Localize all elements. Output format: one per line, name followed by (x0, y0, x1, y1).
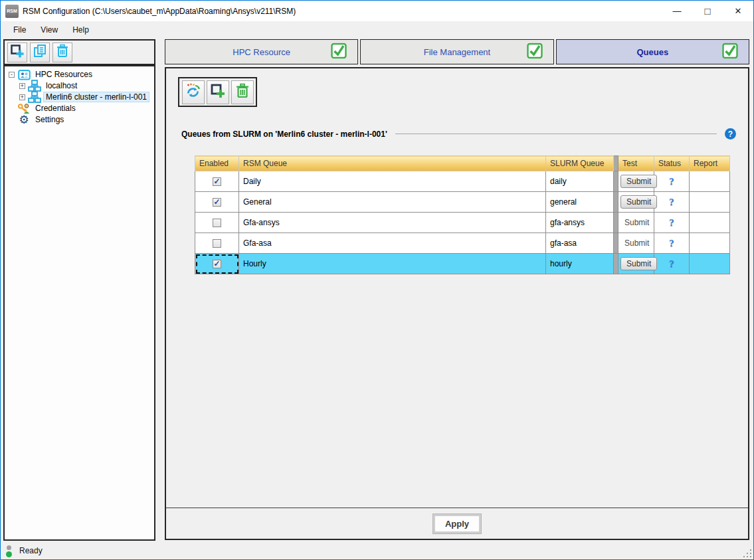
tree-label: Settings (33, 115, 66, 124)
window-title: RSM Configuration (C:\Users\caubet_m\App… (23, 7, 296, 16)
report-cell (690, 233, 730, 254)
slurm-queue-cell[interactable]: gfa-asa (546, 233, 614, 254)
queue-row-general[interactable]: General general Submit ? (195, 192, 730, 213)
add-icon (10, 44, 25, 60)
tab-queues[interactable]: Queues (556, 39, 749, 64)
tree-label: HPC Resources (33, 70, 94, 79)
resize-grip[interactable] (743, 549, 751, 557)
tab-hpc-resource[interactable]: HPC Resource (165, 39, 358, 64)
status-bar: Ready (1, 543, 753, 559)
title-bar: RSM RSM Configuration (C:\Users\caubet_m… (1, 1, 753, 21)
column-divider (614, 156, 618, 171)
submit-button[interactable]: Submit (620, 217, 653, 229)
column-divider (614, 171, 618, 192)
section-rule (395, 134, 717, 134)
maximize-button[interactable]: □ (692, 1, 723, 21)
apply-bar: Apply (166, 508, 748, 539)
copy-icon (33, 44, 47, 60)
rsm-queue-cell[interactable]: General (239, 192, 546, 213)
tree-item-hpc-resources[interactable]: - HPC Resources (5, 69, 154, 80)
add-queue-button[interactable] (207, 80, 229, 104)
rsm-configuration-window: RSM RSM Configuration (C:\Users\caubet_m… (0, 0, 754, 560)
slurm-queue-cell[interactable]: hourly (546, 254, 614, 274)
tree-item-credentials[interactable]: Credentials (5, 103, 154, 114)
trash-icon (56, 44, 69, 60)
status-text: Ready (19, 546, 43, 555)
column-divider (614, 233, 618, 254)
column-divider (614, 192, 618, 213)
tree-item-settings[interactable]: ⚙ Settings (5, 114, 154, 125)
apply-button[interactable]: Apply (433, 514, 481, 533)
status-unknown-icon: ? (669, 176, 674, 187)
submit-button[interactable]: Submit (620, 237, 653, 249)
header-enabled: Enabled (195, 156, 239, 171)
enabled-checkbox[interactable] (213, 239, 221, 248)
enabled-checkbox[interactable] (213, 177, 221, 186)
tree-label: localhost (44, 81, 79, 90)
header-slurm-queue: SLURM Queue (546, 156, 614, 171)
tab-file-management[interactable]: File Management (360, 39, 553, 64)
delete-hpc-resource-button[interactable] (52, 43, 72, 62)
status-unknown-icon: ? (669, 258, 674, 269)
queues-toolbar (178, 77, 257, 107)
close-button[interactable]: ✕ (723, 1, 753, 21)
column-divider (614, 254, 618, 274)
queues-table: Enabled RSM Queue SLURM Queue Test Statu… (195, 155, 730, 274)
queue-row-gfa-asa[interactable]: Gfa-asa gfa-asa Submit ? (195, 233, 730, 254)
hpc-resources-toolbar (3, 39, 155, 65)
expand-expander-icon[interactable]: + (19, 83, 25, 89)
status-dot-gray (7, 545, 11, 550)
menu-file[interactable]: File (6, 23, 33, 37)
header-test: Test (618, 156, 654, 171)
tree-item-localhost[interactable]: + localhost (5, 80, 154, 91)
collapse-expander-icon[interactable]: - (9, 72, 15, 78)
connection-status-icon (6, 545, 12, 557)
duplicate-hpc-resource-button[interactable] (30, 43, 50, 62)
add-hpc-resource-button[interactable] (7, 43, 27, 62)
credentials-icon (17, 102, 31, 114)
rsm-queue-cell[interactable]: Gfa-ansys (239, 213, 546, 233)
complete-check-icon (722, 43, 738, 61)
menu-view[interactable]: View (33, 23, 65, 37)
table-header-row: Enabled RSM Queue SLURM Queue Test Statu… (195, 156, 730, 171)
settings-icon: ⚙ (17, 114, 31, 126)
tab-label: File Management (424, 47, 490, 57)
queues-section-header: Queues from SLURM on 'Merlin6 cluster - … (181, 128, 736, 140)
menu-bar: File View Help (1, 21, 753, 38)
expand-expander-icon[interactable]: + (19, 94, 25, 100)
header-status: Status (654, 156, 690, 171)
queue-row-hourly[interactable]: Hourly hourly Submit ? (195, 254, 730, 274)
submit-button[interactable]: Submit (620, 175, 657, 188)
header-report: Report (690, 156, 730, 171)
report-cell (690, 254, 730, 274)
queues-panel: Queues from SLURM on 'Merlin6 cluster - … (165, 67, 749, 540)
tree-item-merlin6-cluster[interactable]: + Merlin6 cluster - merlin-l-001 (5, 92, 154, 102)
enabled-checkbox[interactable] (213, 219, 221, 227)
enabled-checkbox[interactable] (213, 260, 221, 268)
menu-help[interactable]: Help (65, 23, 96, 37)
complete-check-icon (331, 43, 347, 61)
slurm-queue-cell[interactable]: gfa-ansys (546, 213, 614, 233)
minimize-button[interactable]: — (662, 1, 692, 21)
slurm-queue-cell[interactable]: general (546, 192, 614, 213)
tree-label: Merlin6 cluster - merlin-l-001 (44, 92, 149, 102)
rsm-queue-cell[interactable]: Gfa-asa (239, 233, 546, 254)
complete-check-icon (527, 43, 543, 61)
help-icon[interactable]: ? (725, 128, 736, 140)
status-unknown-icon: ? (669, 238, 674, 248)
queue-row-daily[interactable]: Daily daily Submit ? (195, 171, 730, 192)
slurm-queue-cell[interactable]: daily (546, 171, 614, 192)
window-controls: — □ ✕ (662, 1, 753, 21)
rsm-queue-cell[interactable]: Hourly (239, 254, 546, 274)
submit-button[interactable]: Submit (620, 257, 657, 270)
tree-label: Credentials (33, 104, 78, 113)
queue-row-gfa-ansys[interactable]: Gfa-ansys gfa-ansys Submit ? (195, 213, 730, 233)
queues-section-title: Queues from SLURM on 'Merlin6 cluster - … (181, 130, 387, 139)
enabled-checkbox[interactable] (213, 198, 221, 207)
config-tabs: HPC Resource File Management Queues (165, 39, 749, 64)
submit-button[interactable]: Submit (620, 195, 657, 209)
delete-queue-button[interactable] (231, 80, 254, 104)
rsm-queue-cell[interactable]: Daily (239, 171, 546, 192)
trash-icon (235, 83, 250, 101)
refresh-queues-button[interactable] (182, 80, 205, 104)
